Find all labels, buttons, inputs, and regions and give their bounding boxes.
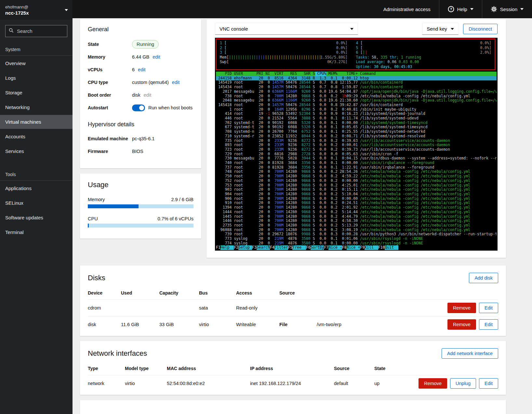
cell-ni: 0 <box>263 232 270 237</box>
search-input[interactable] <box>16 28 64 34</box>
cell-s: S <box>311 228 315 232</box>
cell-res: 50476 <box>284 103 297 107</box>
cell-command: htop <box>360 76 497 81</box>
console-card: VNC console Send key Disconnect 1[0.0%]2… <box>206 20 506 258</box>
cell-user: systemd-n <box>234 130 254 134</box>
sidebar-item-selinux[interactable]: SELinux <box>0 196 73 210</box>
vcpus-label: vCPUs <box>88 67 132 72</box>
meter-open-bracket: [ <box>360 50 363 55</box>
cell-command: /etc/nebula/nebula -config /etc/nebula/c… <box>360 179 497 183</box>
vnc-canvas[interactable]: 1[0.0%]2[0.0%]3[0.0%]Mem[|||||||||||||||… <box>215 38 498 251</box>
meter-bar: | <box>365 50 367 55</box>
cell-pid: 740 <box>216 161 232 165</box>
sidebar-item-virtual-machines[interactable]: Virtual machines <box>0 115 73 129</box>
sidebar-item-networking[interactable]: Networking <box>0 100 73 114</box>
network-column-header: MAC address <box>167 366 250 371</box>
add-disk-button[interactable]: Add disk <box>469 273 498 283</box>
sidebar-item-terminal[interactable]: Terminal <box>0 225 73 239</box>
cell-res: 9236 <box>284 139 297 143</box>
cell-ni: 0 <box>263 192 270 197</box>
administrative-access-button[interactable]: Administrative access <box>375 0 439 18</box>
tasks-summary-part: 335 <box>381 55 388 60</box>
cell-time: 0:39.63 <box>338 139 358 143</box>
cell-command: /usr/bin/containerd <box>360 80 497 85</box>
sidebar-item-logs[interactable]: Logs <box>0 71 73 85</box>
cell-time: 5:10.04 <box>338 192 358 197</box>
cell-shr: 9868 <box>297 94 311 99</box>
cell-s: S <box>311 214 315 219</box>
remove-disk-button[interactable]: Remove <box>447 303 476 313</box>
console-type-select[interactable]: VNC console <box>215 23 358 35</box>
htop-columns-header: PIDUSERPRINIVIRTRESSHRSCPU%MEM%TIME+Comm… <box>216 72 497 76</box>
cell-shr: 9868 <box>297 205 311 210</box>
disks-card: Disks Add disk DeviceUsedCapacityBusAcce… <box>80 266 506 336</box>
disconnect-button[interactable]: Disconnect <box>463 24 498 34</box>
cpu-type-value: custom (qemu64) <box>132 80 169 85</box>
cell-command: /etc/nebula/nebula -config /etc/nebula/c… <box>360 94 497 99</box>
process-row: 773syslog200219M48763580S0.00.10:01.06/u… <box>216 237 497 241</box>
host-switcher[interactable]: ehofmann@ ncc-1725x <box>0 0 73 20</box>
sidebar-item-overview[interactable]: Overview <box>0 56 73 70</box>
cpu-meter-2: 2[0.0%] <box>220 46 347 50</box>
cell-command: /usr/bin/python3 /usr/bin/networkd-dispa… <box>360 232 497 237</box>
cell-time: 0:08.71 <box>338 134 358 139</box>
mem-cache-bars: |||||||||||||||||||||||||| <box>265 55 321 60</box>
boot-order-edit-link[interactable]: edit <box>144 92 151 98</box>
cell-ni: 0 <box>263 174 270 179</box>
cell-command: /etc/nebula/nebula -config /etc/nebula/c… <box>360 170 497 174</box>
cpu-meter-pct: 2.0%] <box>480 50 491 55</box>
cell-s: S <box>311 116 315 121</box>
edit-disk-button[interactable]: Edit <box>479 303 498 313</box>
cell-command: /lib/systemd/systemd-udevd <box>360 116 497 121</box>
cell-time: 0:39.73 <box>338 147 358 152</box>
unplug-network-button[interactable]: Unplug <box>450 378 476 389</box>
remove-disk-button[interactable]: Remove <box>447 319 476 330</box>
cell-ni: 0 <box>263 183 270 188</box>
sidebar-item-storage[interactable]: Storage <box>0 86 73 100</box>
network-column-header: IP address <box>250 366 334 371</box>
cpu-meter-id: 2 <box>220 46 224 50</box>
swap-meter: Swp[0K/3.27G] <box>220 60 347 64</box>
sidebar-item-accounts[interactable]: Accounts <box>0 130 73 144</box>
vcpus-edit-link[interactable]: edit <box>138 67 145 72</box>
meter-bars <box>227 50 336 55</box>
htop-header: 1[0.0%]2[0.0%]3[0.0%]Mem[|||||||||||||||… <box>216 38 496 70</box>
edit-network-button[interactable]: Edit <box>479 378 498 389</box>
disks-title: Disks <box>88 274 105 282</box>
add-network-interface-button[interactable]: Add network interface <box>442 348 498 359</box>
cell-user: systemd-r <box>234 134 254 139</box>
cell-s: S <box>311 85 315 90</box>
help-menu-button[interactable]: ? Help <box>439 0 482 18</box>
sidebar-item-applications[interactable]: Applications <box>0 181 73 195</box>
meter-open-bracket: [ <box>224 46 227 50</box>
cell-pri: 20 <box>254 143 263 147</box>
cell-s: S <box>311 94 315 99</box>
cell-res: 5564 <box>284 116 297 121</box>
autostart-text: Run when host boots <box>148 105 193 110</box>
tasks-summary-part: thr; <box>387 55 401 60</box>
cell-virt: 700M <box>270 183 284 188</box>
process-row: 145434root2001457M5047628544S0.70.81:59.… <box>216 85 497 90</box>
remove-network-button[interactable]: Remove <box>419 378 447 389</box>
sidebar-item-services[interactable]: Services <box>0 144 73 158</box>
cell-res: 14280 <box>284 183 297 188</box>
cell-time: 0:00.00 <box>338 197 358 201</box>
edit-disk-button[interactable]: Edit <box>479 319 498 330</box>
cell-cpu: 0.0 <box>315 103 326 107</box>
cell-user: root <box>234 161 254 165</box>
cell-virt: 1457M <box>270 103 284 107</box>
vm-details-page: General State Running Memory 6.44 GB edi… <box>73 18 532 414</box>
network-interfaces-title: Network interfaces <box>88 349 147 358</box>
cell-user: root <box>234 147 254 152</box>
sidebar-item-software-updates[interactable]: Software updates <box>0 211 73 225</box>
send-key-dropdown[interactable]: Send key <box>422 23 459 35</box>
cell-ni: 0 <box>263 121 270 125</box>
memory-edit-link[interactable]: edit <box>153 54 160 60</box>
cpu-type-edit-link[interactable]: edit <box>172 80 180 85</box>
autostart-toggle[interactable] <box>132 104 145 111</box>
state-badge: Running <box>132 40 159 48</box>
cell-ni: 0 <box>263 90 270 94</box>
cell-virt: 700M <box>270 192 284 197</box>
session-menu-button[interactable]: Session <box>482 0 532 18</box>
fkey-number: F1 <box>216 245 220 250</box>
